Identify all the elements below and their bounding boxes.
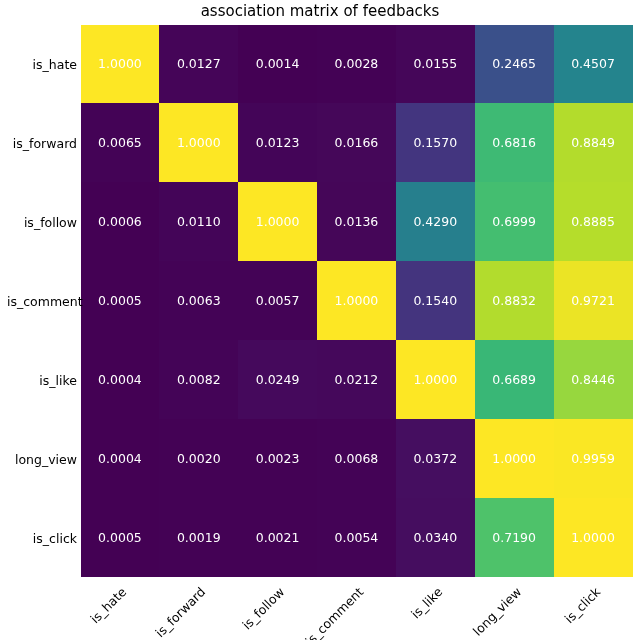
heatmap-cell: 0.0021 (238, 498, 317, 577)
heatmap-cell: 0.4507 (554, 25, 633, 104)
heatmap-cell: 0.0023 (238, 419, 317, 498)
heatmap-cell: 0.4290 (396, 182, 475, 261)
heatmap-cell: 0.0019 (159, 498, 238, 577)
heatmap-cell: 1.0000 (554, 498, 633, 577)
y-tick-label: is_click (7, 531, 77, 545)
x-tick-label: is_like (408, 584, 445, 621)
heatmap-cell: 0.0004 (81, 340, 160, 419)
heatmap-cell: 1.0000 (475, 419, 554, 498)
heatmap-cell: 0.6689 (475, 340, 554, 419)
heatmap-cell: 0.8446 (554, 340, 633, 419)
heatmap-cell: 0.6999 (475, 182, 554, 261)
heatmap-cell: 0.0127 (159, 25, 238, 104)
heatmap-cell: 1.0000 (159, 103, 238, 182)
heatmap-cell: 1.0000 (317, 261, 396, 340)
heatmap-cell: 0.0110 (159, 182, 238, 261)
heatmap-cell: 0.0004 (81, 419, 160, 498)
heatmap-plot: 1.00000.01270.00140.00280.01550.24650.45… (80, 24, 633, 577)
heatmap-cell: 0.7190 (475, 498, 554, 577)
x-tick-label: is_follow (239, 584, 287, 632)
x-tick-label: is_click (561, 584, 603, 626)
heatmap-cell: 0.0249 (238, 340, 317, 419)
chart-title: association matrix of feedbacks (0, 2, 640, 20)
heatmap-cell: 0.2465 (475, 25, 554, 104)
heatmap-cell: 1.0000 (238, 182, 317, 261)
heatmap-cell: 0.0123 (238, 103, 317, 182)
heatmap-cell: 0.0068 (317, 419, 396, 498)
heatmap-cell: 0.8849 (554, 103, 633, 182)
heatmap-cell: 0.9721 (554, 261, 633, 340)
x-tick-label: long_view (469, 584, 523, 638)
heatmap-cell: 0.0014 (238, 25, 317, 104)
y-tick-label: is_like (7, 373, 77, 387)
heatmap-cell: 0.0057 (238, 261, 317, 340)
x-tick-label: is_forward (152, 584, 208, 640)
heatmap-cell: 0.0372 (396, 419, 475, 498)
heatmap-grid: 1.00000.01270.00140.00280.01550.24650.45… (80, 24, 633, 577)
y-tick-label: is_follow (7, 215, 77, 229)
heatmap-cell: 0.1540 (396, 261, 475, 340)
heatmap-cell: 0.0166 (317, 103, 396, 182)
heatmap-cell: 0.0005 (81, 498, 160, 577)
heatmap-cell: 0.8885 (554, 182, 633, 261)
heatmap-cell: 1.0000 (396, 340, 475, 419)
heatmap-cell: 0.9959 (554, 419, 633, 498)
heatmap-cell: 0.0212 (317, 340, 396, 419)
heatmap-cell: 0.0028 (317, 25, 396, 104)
x-tick-label: is_hate (87, 584, 129, 626)
heatmap-cell: 0.0136 (317, 182, 396, 261)
y-tick-label: long_view (7, 452, 77, 466)
heatmap-cell: 0.0063 (159, 261, 238, 340)
heatmap-cell: 1.0000 (81, 25, 160, 104)
heatmap-cell: 0.6816 (475, 103, 554, 182)
heatmap-cell: 0.0340 (396, 498, 475, 577)
figure: association matrix of feedbacks 1.00000.… (0, 0, 640, 640)
heatmap-cell: 0.0005 (81, 261, 160, 340)
heatmap-cell: 0.0020 (159, 419, 238, 498)
x-tick-label: is_comment (302, 584, 366, 640)
heatmap-cell: 0.0006 (81, 182, 160, 261)
heatmap-cell: 0.0082 (159, 340, 238, 419)
heatmap-cell: 0.0054 (317, 498, 396, 577)
heatmap-cell: 0.1570 (396, 103, 475, 182)
y-tick-label: is_hate (7, 57, 77, 71)
heatmap-cell: 0.0065 (81, 103, 160, 182)
heatmap-cell: 0.8832 (475, 261, 554, 340)
y-tick-label: is_comment (7, 294, 77, 308)
heatmap-cell: 0.0155 (396, 25, 475, 104)
y-tick-label: is_forward (7, 136, 77, 150)
